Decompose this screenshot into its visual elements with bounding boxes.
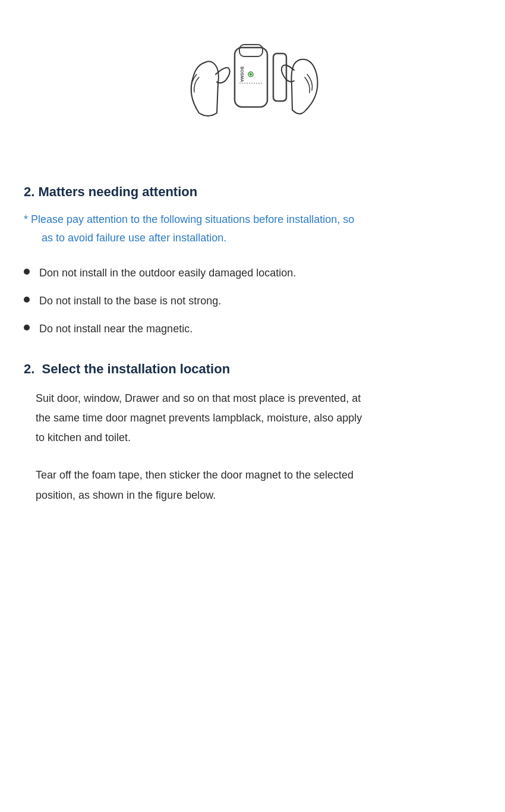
illustration-container: BOSMA xyxy=(24,12,481,166)
bullet-dot-1 xyxy=(24,269,30,275)
svg-point-4 xyxy=(250,73,252,75)
para1-line2: the same time door magnet prevents lampb… xyxy=(36,412,362,424)
section-num: 2. xyxy=(24,361,34,376)
svg-text:BOSMA: BOSMA xyxy=(240,67,244,82)
device-illustration: BOSMA xyxy=(152,18,354,149)
para2-line1: Tear off the foam tape, then sticker the… xyxy=(36,469,354,481)
notice-line1: * Please pay attention to the following … xyxy=(24,213,354,225)
para1-line3: to kitchen and toilet. xyxy=(36,432,131,443)
bullet-dot-2 xyxy=(24,297,30,303)
notice-line2: as to avoid failure use after installati… xyxy=(24,232,226,244)
installation-heading: 2. Select the installation location xyxy=(24,361,481,377)
notice-paragraph: * Please pay attention to the following … xyxy=(24,210,481,247)
list-item: Do not install near the magnetic. xyxy=(24,320,481,338)
installation-paragraph1: Suit door, window, Drawer and so on that… xyxy=(24,389,481,448)
bullet-text-3: Do not install near the magnetic. xyxy=(39,320,192,338)
matters-section: 2. Matters needing attention * Please pa… xyxy=(24,184,481,338)
svg-rect-1 xyxy=(239,45,263,56)
bullet-text-1: Don not install in the outdoor easily da… xyxy=(39,265,296,282)
bullet-list: Don not install in the outdoor easily da… xyxy=(24,265,481,337)
bullet-text-2: Do not install to the base is not strong… xyxy=(39,292,221,310)
list-item: Do not install to the base is not strong… xyxy=(24,292,481,310)
bullet-dot-3 xyxy=(24,325,30,331)
installation-paragraph2: Tear off the foam tape, then sticker the… xyxy=(24,465,481,505)
installation-section: 2. Select the installation location Suit… xyxy=(24,361,481,505)
para1-line1: Suit door, window, Drawer and so on that… xyxy=(36,392,361,404)
matters-heading: 2. Matters needing attention xyxy=(24,184,481,200)
list-item: Don not install in the outdoor easily da… xyxy=(24,265,481,282)
section-label: Select the installation location xyxy=(42,361,230,376)
para2-line2: position, as shown in the figure below. xyxy=(36,489,216,501)
page-container: BOSMA xyxy=(0,0,505,812)
